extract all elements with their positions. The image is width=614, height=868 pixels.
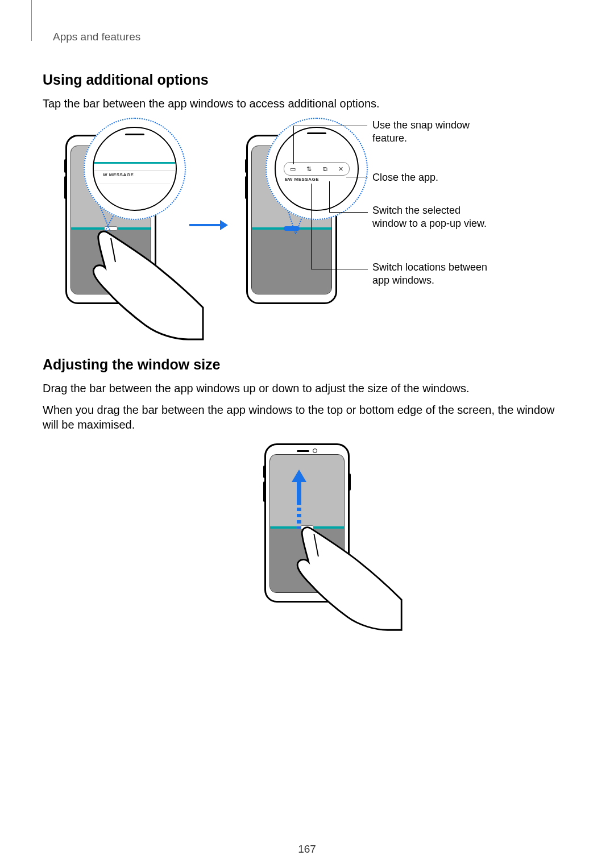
leader-snap-h xyxy=(293,126,367,126)
label-swap: Switch locations between app windows. xyxy=(372,261,497,286)
figure-resize xyxy=(43,443,571,625)
section-heading-options: Using additional options xyxy=(43,72,571,88)
section-body-resize-2: When you drag the bar between the app wi… xyxy=(43,402,571,432)
swap-windows-icon: ⇅ xyxy=(306,166,312,172)
label-snap: Use the snap window feature. xyxy=(372,119,497,144)
callout-circle-right: ▭ ⇅ ⧉ ✕ EW MESSAGE xyxy=(265,118,368,220)
leader-snap-v xyxy=(293,126,294,164)
page-number: 167 xyxy=(0,843,614,855)
snap-window-icon: ▭ xyxy=(290,166,296,172)
side-rule xyxy=(31,0,32,41)
zoom-message-tag-left: W MESSAGE xyxy=(102,172,135,177)
svg-marker-0 xyxy=(292,470,306,482)
zoom-message-tag-right: EW MESSAGE xyxy=(284,177,320,182)
drag-up-arrow-icon xyxy=(291,470,308,531)
leader-swap-h xyxy=(311,269,368,269)
leader-popup-v xyxy=(329,181,330,212)
leader-swap-v xyxy=(311,184,312,269)
hand-icon-left xyxy=(92,228,205,342)
svg-rect-1 xyxy=(297,482,301,501)
split-toolbar: ▭ ⇅ ⧉ ✕ xyxy=(284,162,349,176)
section-body-options: Tap the bar between the app windows to a… xyxy=(43,96,571,111)
arrow-right-icon xyxy=(189,220,228,230)
leader-popup-h xyxy=(329,212,368,213)
label-popup: Switch the selected window to a pop-up v… xyxy=(372,204,497,230)
leader-close-h xyxy=(346,177,368,177)
popup-view-icon: ⧉ xyxy=(323,166,327,172)
figure-options: W MESSAGE xyxy=(43,118,571,334)
label-close: Close the app. xyxy=(372,171,438,184)
section-heading-resize: Adjusting the window size xyxy=(43,356,571,373)
breadcrumb: Apps and features xyxy=(53,31,571,43)
section-body-resize-1: Drag the bar between the app windows up … xyxy=(43,381,571,396)
hand-icon-drag xyxy=(296,524,404,632)
close-app-icon: ✕ xyxy=(338,166,343,172)
callout-circle-left: W MESSAGE xyxy=(84,118,186,220)
